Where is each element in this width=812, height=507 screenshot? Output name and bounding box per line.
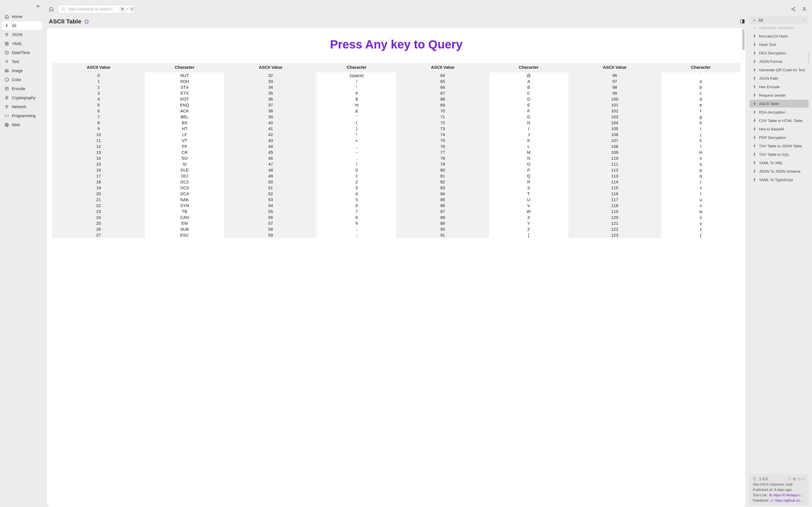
- tool-list-item[interactable]: PGP Decryption: [749, 133, 809, 142]
- tool-list-item[interactable]: TSV Table to JSON Table: [749, 142, 809, 150]
- sidebar-item-network[interactable]: Network: [2, 103, 42, 111]
- collapse-sidebar-button[interactable]: [36, 4, 40, 8]
- right-panel-scrollbar-thumb[interactable]: [808, 51, 809, 65]
- character-cell: o: [661, 161, 741, 167]
- tool-link[interactable]: https://t.he3app.co…: [773, 493, 805, 497]
- character-cell: 6: [317, 203, 396, 209]
- tool-list-item[interactable]: RSA decryption: [749, 108, 809, 116]
- svg-point-23: [804, 7, 805, 9]
- tool-list-item[interactable]: CSV Table to HTML Table: [749, 117, 809, 124]
- tool-list-item-label: YAML To XML: [759, 161, 783, 165]
- table-row: 8BS40(72H104h: [52, 120, 741, 126]
- ascii-value-cell: 16: [52, 167, 145, 173]
- ascii-value-cell: 85: [396, 196, 489, 203]
- right-panel-filter[interactable]: All: [749, 16, 809, 24]
- character-cell: ': [317, 114, 396, 120]
- tool-list-item[interactable]: Htpasswd Generator: [749, 27, 809, 32]
- ascii-value-cell: 64: [396, 72, 489, 78]
- tool-list-item[interactable]: YAML To TypeScript: [749, 176, 809, 184]
- check-icon[interactable]: [797, 477, 801, 481]
- copy-icon[interactable]: [769, 494, 772, 497]
- svg-marker-11: [5, 96, 8, 100]
- text-icon[interactable]: [788, 477, 792, 481]
- search-input[interactable]: [68, 7, 117, 11]
- character-cell: p: [661, 167, 741, 173]
- sidebar-item-all[interactable]: All: [2, 21, 42, 30]
- sidebar-item-color[interactable]: Color: [2, 75, 42, 84]
- character-cell: j: [661, 131, 741, 137]
- character-cell: u: [661, 196, 741, 203]
- tool-list-item[interactable]: YAML To XML: [749, 159, 809, 167]
- character-cell: ACK: [145, 108, 224, 114]
- tool-list-item[interactable]: JSON Format: [749, 57, 809, 65]
- character-cell: D: [489, 96, 568, 102]
- tool-list-item[interactable]: Hash Tool: [749, 41, 809, 48]
- sidebar-item-image[interactable]: Image: [2, 66, 42, 75]
- scrollbar-thumb[interactable]: [742, 29, 745, 50]
- search-box[interactable]: ⌘ + K: [58, 5, 135, 13]
- table-row: 21NAK53585U117u: [52, 196, 741, 203]
- tool-list-item[interactable]: JSON To JSON Schema: [749, 167, 809, 175]
- tool-list-item-label: Htpasswd Generator: [759, 27, 794, 30]
- ascii-value-cell: 103: [568, 114, 661, 120]
- character-cell: BS: [145, 120, 224, 126]
- tool-list-item[interactable]: TSV Table to SQL: [749, 151, 809, 158]
- character-cell: c: [661, 90, 741, 96]
- ascii-value-cell: 113: [568, 173, 661, 179]
- ascii-value-cell: 107: [568, 137, 661, 144]
- sidebar-item-yaml[interactable]: YAML: [2, 40, 42, 48]
- sidebar-item-date-time[interactable]: Date/Time: [2, 48, 42, 57]
- ascii-value-cell: 108: [568, 144, 661, 149]
- character-cell: i: [661, 126, 741, 131]
- character-cell: S: [489, 185, 568, 191]
- table-row: 1SOH33!65A97a: [52, 78, 741, 84]
- character-cell: I: [489, 126, 568, 131]
- globe-icon[interactable]: [793, 477, 796, 481]
- tool-list-item[interactable]: Keccak224 Hash: [749, 32, 809, 40]
- sidebar-item-text[interactable]: Text: [2, 57, 42, 66]
- ascii-value-cell: 119: [568, 209, 661, 214]
- home-button[interactable]: [47, 5, 56, 13]
- table-row: 27ESC59;91[123{: [52, 232, 741, 238]
- topbar: ⌘ + K: [47, 3, 809, 15]
- chevron-down-icon[interactable]: [802, 477, 805, 481]
- tool-list-item[interactable]: Request sender: [749, 91, 809, 99]
- sidebar-item-home[interactable]: Home: [2, 12, 42, 21]
- tool-list-item[interactable]: ASCII Table: [749, 100, 809, 108]
- sidebar-item-web[interactable]: Web: [2, 121, 42, 129]
- toggle-right-panel-button[interactable]: [740, 19, 745, 24]
- tool-list-item[interactable]: Hex to Base64: [749, 125, 809, 133]
- character-cell: A: [489, 78, 568, 84]
- sidebar-item-json[interactable]: JSON: [2, 31, 42, 39]
- character-cell: t: [661, 191, 741, 196]
- ascii-value-cell: 38: [224, 108, 317, 114]
- ascii-value-cell: 40: [224, 120, 317, 126]
- ascii-value-cell: 53: [224, 196, 317, 203]
- character-cell: O: [489, 161, 568, 167]
- sidebar-item-encode[interactable]: Encode: [2, 84, 42, 93]
- character-cell: E: [489, 102, 568, 108]
- table-row: 11VT43+75K107k: [52, 137, 741, 144]
- sidebar-item-cryptography[interactable]: Cryptography: [2, 94, 42, 102]
- share-button[interactable]: [789, 5, 797, 13]
- chat-icon[interactable]: [770, 499, 774, 502]
- tool-list-item[interactable]: Hex Encode: [749, 83, 809, 91]
- tool-list-item[interactable]: Generate QR Code for Text: [749, 66, 809, 74]
- sidebar-item-programming[interactable]: Programming: [2, 112, 42, 120]
- favorite-button[interactable]: [84, 19, 89, 24]
- pin-icon: [752, 42, 757, 47]
- character-cell: C: [489, 90, 568, 96]
- encode-icon: [4, 87, 9, 91]
- tool-list-item[interactable]: DES Decryption: [749, 49, 809, 57]
- account-button[interactable]: [800, 5, 809, 13]
- ascii-value-cell: 90: [396, 226, 489, 232]
- pin-icon: [752, 93, 757, 98]
- ascii-value-cell: 69: [396, 102, 489, 108]
- ascii-value-cell: 102: [568, 108, 661, 114]
- main-card: Press Any key to Query ASCII ValueCharac…: [47, 28, 746, 507]
- feedback-link[interactable]: https://github.com/…: [775, 499, 805, 503]
- tool-list-item[interactable]: JSON Path: [749, 74, 809, 82]
- character-cell: /: [317, 161, 396, 167]
- tool-link-label: Tool Link:: [753, 493, 768, 497]
- pin-icon: [752, 169, 757, 173]
